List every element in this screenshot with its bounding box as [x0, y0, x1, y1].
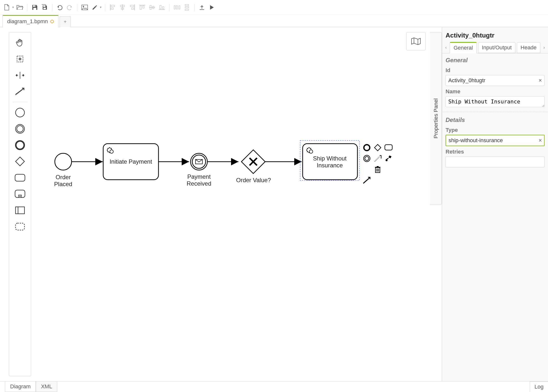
tabs-scroll-right[interactable]: › [542, 45, 547, 50]
log-button[interactable]: Log [530, 381, 548, 392]
gateway-button[interactable] [13, 154, 27, 169]
svg-rect-45 [16, 207, 24, 214]
bottom-bar: Diagram XML Log [0, 381, 548, 392]
type-input[interactable] [446, 135, 545, 146]
align-right-button[interactable] [128, 3, 137, 12]
properties-header: Activity_0htugtr [442, 27, 548, 42]
type-label: Type [446, 127, 545, 133]
svg-rect-1 [33, 8, 36, 10]
color-dropdown[interactable]: ▼ [99, 6, 102, 9]
svg-rect-24 [162, 7, 164, 9]
distribute-horizontal-button[interactable] [173, 3, 181, 12]
dirty-indicator-icon [50, 20, 54, 23]
properties-tabs: ‹ General Input/Output Heade › [442, 42, 548, 53]
align-left-button[interactable] [108, 3, 117, 12]
open-file-button[interactable] [15, 3, 24, 12]
svg-rect-8 [111, 5, 115, 7]
append-gateway-button[interactable] [373, 143, 383, 153]
intermediate-event-button[interactable] [13, 121, 27, 136]
tab-general[interactable]: General [450, 42, 476, 53]
start-event-label: Order Placed [46, 174, 80, 188]
add-tab-button[interactable]: + [59, 16, 71, 27]
task-button[interactable] [13, 170, 27, 185]
bottom-tab-diagram[interactable]: Diagram [5, 381, 36, 392]
save-button[interactable] [30, 3, 39, 12]
run-button[interactable] [207, 3, 216, 12]
bottom-tab-xml[interactable]: XML [36, 381, 57, 392]
svg-rect-17 [140, 6, 141, 9]
svg-rect-25 [174, 6, 175, 9]
new-file-button[interactable] [2, 3, 11, 12]
tabs-scroll-left[interactable]: ‹ [444, 45, 448, 50]
tab-headers[interactable]: Heade [517, 42, 540, 53]
tab-input-output[interactable]: Input/Output [478, 42, 515, 53]
clear-id-button[interactable]: ✕ [538, 78, 542, 83]
section-title-general: General [442, 53, 548, 66]
svg-rect-40 [15, 174, 25, 181]
svg-point-59 [365, 157, 369, 160]
properties-panel: Activity_0htugtr ‹ General Input/Output … [442, 27, 548, 381]
append-end-event-button[interactable] [362, 143, 372, 153]
distribute-vertical-button[interactable] [182, 3, 191, 12]
section-title-details: Details [442, 113, 548, 125]
image-button[interactable] [80, 3, 89, 12]
bottom-tabs: Diagram XML [5, 381, 57, 392]
svg-rect-15 [132, 8, 134, 9]
save-all-button[interactable] [40, 3, 49, 12]
palette-separator [13, 102, 27, 102]
start-event-button[interactable] [13, 105, 27, 120]
diagram-svg [31, 27, 430, 381]
file-tab-active[interactable]: diagram_1.bpmn [2, 15, 59, 27]
append-intermediate-event-button[interactable] [362, 154, 372, 163]
hand-tool-button[interactable] [13, 35, 27, 50]
undo-button[interactable] [55, 3, 64, 12]
section-divider [442, 112, 548, 112]
task2-label: Ship Without Insurance [308, 155, 352, 169]
global-connect-tool-button[interactable] [13, 84, 27, 99]
retries-input[interactable] [446, 157, 545, 167]
id-input[interactable] [446, 75, 545, 86]
svg-point-36 [16, 108, 24, 117]
color-button[interactable] [90, 3, 99, 12]
new-file-dropdown[interactable]: ▼ [12, 6, 14, 9]
align-bottom-button[interactable] [157, 3, 166, 12]
lasso-tool-button[interactable] [13, 52, 27, 66]
align-center-button[interactable] [118, 3, 127, 12]
group-button[interactable] [13, 219, 27, 234]
align-middle-button[interactable] [148, 3, 157, 12]
redo-button[interactable] [65, 3, 74, 12]
svg-rect-30 [185, 9, 189, 10]
deploy-button[interactable] [197, 3, 206, 12]
start-event-node[interactable] [55, 153, 72, 170]
connect-button[interactable] [362, 175, 372, 185]
name-input[interactable]: Ship Without Insurance [446, 96, 545, 107]
field-id: Id ✕ [442, 66, 548, 87]
diagram-canvas[interactable]: Order Placed Initiate Payment Payment Re… [31, 27, 430, 381]
change-type-button[interactable] [384, 154, 393, 163]
toolbar-separator [52, 4, 52, 11]
properties-panel-toggle[interactable]: Properties Panel [430, 32, 442, 205]
data-object-button[interactable] [13, 203, 27, 218]
svg-rect-29 [185, 7, 189, 8]
svg-rect-26 [176, 6, 177, 9]
space-tool-button[interactable] [13, 68, 27, 83]
main-toolbar: ▼ ▼ [0, 0, 548, 15]
svg-rect-2 [35, 5, 36, 7]
clear-type-button[interactable]: ✕ [538, 138, 542, 143]
element-palette [9, 32, 31, 376]
toolbar-separator [194, 4, 195, 11]
name-label: Name [446, 88, 545, 95]
svg-point-39 [16, 141, 24, 149]
svg-rect-28 [185, 4, 189, 6]
append-task-button[interactable] [384, 143, 393, 153]
subprocess-button[interactable] [13, 187, 27, 201]
svg-point-38 [17, 126, 23, 132]
svg-point-51 [110, 150, 113, 153]
svg-rect-47 [16, 223, 24, 230]
intermediate-event-label: Payment Received [184, 173, 214, 187]
annotation-button[interactable] [373, 154, 383, 163]
delete-button[interactable] [373, 164, 383, 174]
end-event-button[interactable] [13, 138, 27, 153]
align-top-button[interactable] [138, 3, 147, 12]
file-tab-label: diagram_1.bpmn [7, 18, 48, 25]
